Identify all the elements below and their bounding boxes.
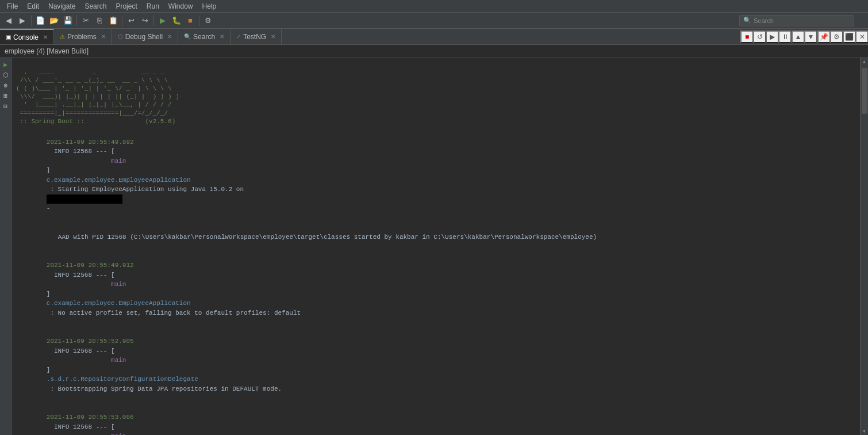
tab-search-label: Search <box>193 33 215 41</box>
spring-boot-ascii: . ____ _ __ _ _ /\\ / ___'_ __ _ _(_)_ _… <box>16 60 855 125</box>
side-icon-3[interactable]: ⚙ <box>1 81 10 90</box>
pin-btn[interactable]: 📌 <box>817 30 830 43</box>
menu-project[interactable]: Project <box>111 1 141 12</box>
build-title-text: employee (4) [Maven Build] <box>5 47 89 55</box>
tab-testng-label: TestNG <box>243 33 266 41</box>
toolbar-sep-5 <box>199 16 199 26</box>
tab-testng[interactable]: ✓ TestNG ✕ <box>231 29 282 44</box>
toolbar-stop-btn[interactable]: ■ <box>184 14 197 27</box>
problems-icon: ⚠ <box>60 33 65 40</box>
toolbar-debug-btn[interactable]: 🐛 <box>170 14 183 27</box>
menu-window[interactable]: Window <box>164 1 198 12</box>
menu-help[interactable]: Help <box>198 1 221 12</box>
tab-search[interactable]: 🔍 Search ✕ <box>178 29 231 44</box>
toolbar-back-btn[interactable]: ◀ <box>2 14 15 27</box>
side-icon-4[interactable]: ⊞ <box>1 91 10 100</box>
tab-problems-label: Problems <box>67 33 97 41</box>
tab-debug-shell-close[interactable]: ✕ <box>167 33 172 40</box>
menu-edit[interactable]: Edit <box>22 1 44 12</box>
toolbar-redo-btn[interactable]: ↪ <box>139 14 151 27</box>
tab-debug-shell-label: Debug Shell <box>125 33 163 41</box>
search-icon: 🔍 <box>184 33 191 40</box>
tab-console-close[interactable]: ✕ <box>43 34 48 40</box>
debug-shell-icon: ⬡ <box>118 33 123 40</box>
tab-problems-close[interactable]: ✕ <box>101 33 106 40</box>
close-view-btn[interactable]: ✕ <box>855 30 868 43</box>
side-icon-5[interactable]: ⊟ <box>1 101 10 110</box>
settings-btn[interactable]: ⚙ <box>830 30 843 43</box>
scroll-down-arrow[interactable]: ▼ <box>861 427 869 435</box>
toolbar-search-placeholder: Search <box>754 17 774 24</box>
testng-icon: ✓ <box>236 33 241 40</box>
toolbar-forward-btn[interactable]: ▶ <box>16 14 29 27</box>
log-line: 2021-11-09 20:55:49.892 INFO 12568 --- [… <box>16 128 855 223</box>
toolbar-sep-1 <box>31 16 32 26</box>
log-line: 2021-11-09 20:55:52.905 INFO 12568 --- [… <box>16 327 855 403</box>
stop-process-btn[interactable]: ■ <box>740 30 753 43</box>
toolbar-paste-btn[interactable]: 📋 <box>107 14 120 27</box>
toolbar-run-btn[interactable]: ▶ <box>156 14 169 27</box>
side-icon-2[interactable]: ⬡ <box>1 70 10 79</box>
scroll-thumb[interactable] <box>862 68 867 114</box>
tab-console[interactable]: ▣ Console ✕ <box>0 29 54 44</box>
toolbar-copy-btn[interactable]: ⎘ <box>93 14 106 27</box>
tab-bar: ▣ Console ✕ ⚠ Problems ✕ ⬡ Debug Shell ✕… <box>0 29 868 45</box>
toolbar-sep-4 <box>153 16 154 26</box>
tab-console-label: Console <box>13 33 39 41</box>
menu-file[interactable]: File <box>2 1 22 12</box>
toolbar-sep-3 <box>122 16 122 26</box>
menu-search[interactable]: Search <box>80 1 111 12</box>
pause-btn[interactable]: ⏸ <box>778 30 791 43</box>
resume-btn[interactable]: ▶ <box>766 30 778 43</box>
side-icon-1[interactable]: ▶ <box>1 60 10 69</box>
log-line: 2021-11-09 20:55:49.912 INFO 12568 --- [… <box>16 251 855 327</box>
main-toolbar: ◀ ▶ 📄 📂 💾 ✂ ⎘ 📋 ↩ ↪ ▶ 🐛 ■ ⚙ 🔍 Search <box>0 13 868 29</box>
menu-bar: File Edit Navigate Search Project Run Wi… <box>0 0 868 13</box>
menu-run[interactable]: Run <box>142 1 164 12</box>
log-line: AAD with PID 12568 (C:\Users\kakbar\Pers… <box>16 223 855 251</box>
rerun-btn[interactable]: ↺ <box>753 30 766 43</box>
console-icon: ▣ <box>6 34 11 40</box>
build-title-bar: employee (4) [Maven Build] <box>0 45 868 58</box>
tab-debug-shell[interactable]: ⬡ Debug Shell ✕ <box>112 29 178 44</box>
scroll-up-arrow[interactable]: ▲ <box>861 58 869 66</box>
menu-navigate[interactable]: Navigate <box>44 1 80 12</box>
toolbar-new-btn[interactable]: 📄 <box>34 14 47 27</box>
scroll-down-btn[interactable]: ▼ <box>804 30 817 43</box>
toolbar-build-btn[interactable]: ⚙ <box>202 14 214 27</box>
log-container: 2021-11-09 20:55:49.892 INFO 12568 --- [… <box>16 128 855 435</box>
toolbar-cut-btn[interactable]: ✂ <box>79 14 92 27</box>
maximize-btn[interactable]: ⬛ <box>843 30 855 43</box>
toolbar-save-btn[interactable]: 💾 <box>62 14 74 27</box>
tab-testng-close[interactable]: ✕ <box>271 33 275 40</box>
toolbar-undo-btn[interactable]: ↩ <box>125 14 137 27</box>
toolbar-open-btn[interactable]: 📂 <box>48 14 60 27</box>
console-output: . ____ _ __ _ _ /\\ / ___'_ __ _ _(_)_ _… <box>11 58 860 435</box>
log-line: 2021-11-09 20:55:53.086 INFO 12568 --- [… <box>16 403 855 435</box>
tab-problems[interactable]: ⚠ Problems ✕ <box>54 29 112 44</box>
scroll-up-btn[interactable]: ▲ <box>792 30 804 43</box>
tab-search-close[interactable]: ✕ <box>220 33 224 40</box>
toolbar-sep-2 <box>76 16 77 26</box>
